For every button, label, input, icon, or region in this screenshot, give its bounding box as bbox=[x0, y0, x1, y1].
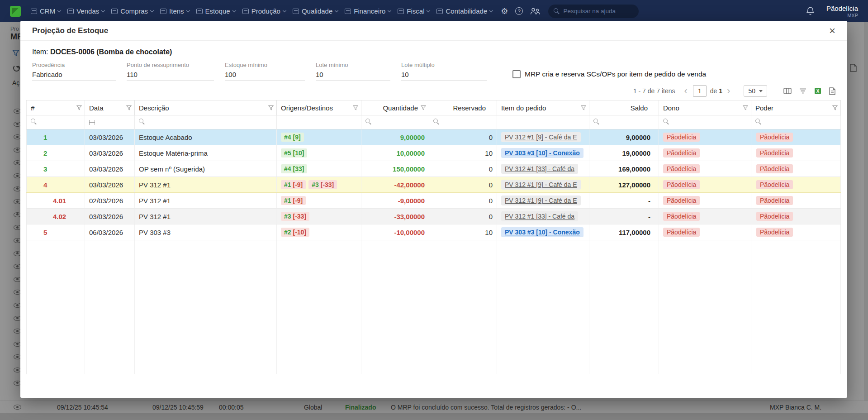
column-header-#[interactable]: # bbox=[27, 100, 85, 115]
page-number-input[interactable] bbox=[693, 85, 707, 97]
table-row[interactable]: 303/03/2026OP sem nº (Sugerida)#4 [33]15… bbox=[27, 161, 841, 177]
export-excel-icon[interactable]: X bbox=[814, 87, 821, 95]
prev-page-icon[interactable]: ‹ bbox=[683, 86, 689, 96]
order-item-link[interactable]: PV 312 #1 [9] - Café da E bbox=[501, 180, 581, 190]
menu-compras[interactable]: Compras bbox=[111, 7, 153, 15]
filter-cell-saldo[interactable] bbox=[589, 115, 659, 129]
origin-link[interactable]: #3 [-33] bbox=[281, 212, 309, 221]
filter-funnel-icon[interactable] bbox=[268, 105, 274, 110]
mrp-reserve-checkbox-group[interactable]: MRP cria e reserva SCs/OPs por item de p… bbox=[512, 70, 706, 78]
order-item-link[interactable]: PV 303 #3 [10] - Conexão bbox=[501, 227, 583, 237]
filter-funnel-icon[interactable] bbox=[126, 105, 132, 110]
close-icon[interactable]: × bbox=[829, 25, 835, 36]
item-label: Item: bbox=[32, 48, 48, 56]
row-number: 1 bbox=[27, 129, 85, 145]
search-icon[interactable] bbox=[31, 119, 37, 124]
export-document-icon[interactable] bbox=[829, 87, 835, 95]
order-item-link[interactable]: PV 312 #1 [9] - Café da E bbox=[501, 196, 581, 205]
table-row[interactable]: 403/03/2026PV 312 #1#1 [-9]#3 [-33]-42,0… bbox=[27, 177, 841, 193]
search-icon[interactable] bbox=[663, 119, 669, 124]
search-icon[interactable] bbox=[433, 119, 439, 124]
column-header-item-do-pedido[interactable]: Item do pedido bbox=[497, 100, 589, 115]
help-icon[interactable]: ? bbox=[515, 7, 523, 15]
order-item-link[interactable]: PV 312 #1 [33] - Café da bbox=[501, 211, 578, 221]
column-header-data[interactable]: Data bbox=[85, 100, 135, 115]
row-owner: Pãodelícia bbox=[659, 161, 751, 177]
order-item-link[interactable]: PV 303 #3 [10] - Conexão bbox=[501, 148, 583, 158]
row-quantity: -42,00000 bbox=[361, 177, 429, 193]
table-row[interactable]: 4.0102/03/2026PV 312 #1#1 [-9]-9,000000P… bbox=[27, 193, 841, 209]
column-header-reservado[interactable]: Reservado bbox=[429, 100, 497, 115]
row-number: 2 bbox=[27, 145, 85, 161]
filter-funnel-icon[interactable] bbox=[743, 105, 748, 110]
tenant-name: Pãodelícia bbox=[826, 5, 858, 12]
help-search[interactable] bbox=[548, 5, 639, 18]
help-search-input[interactable] bbox=[563, 8, 631, 14]
item-fields: ProcedênciaFabricadoPonto de ressuprimen… bbox=[32, 62, 498, 81]
menu-fiscal[interactable]: Fiscal bbox=[398, 7, 430, 15]
bell-icon[interactable] bbox=[806, 6, 815, 16]
order-item-link[interactable]: PV 312 #1 [9] - Café da E bbox=[501, 132, 581, 142]
menu-qualidade[interactable]: Qualidade bbox=[293, 7, 338, 15]
column-header-poder[interactable]: Poder bbox=[751, 100, 841, 115]
row-quantity: 9,00000 bbox=[361, 129, 429, 145]
page-size-select[interactable]: 50 bbox=[744, 85, 767, 97]
owner-tag: Pãodelícia bbox=[663, 228, 700, 237]
search-icon[interactable] bbox=[755, 119, 761, 124]
checkbox-unchecked-icon[interactable] bbox=[512, 70, 521, 78]
menu-producao[interactable]: Produção bbox=[242, 7, 286, 15]
filter-cell-#[interactable] bbox=[27, 115, 85, 129]
filter-cell-poder[interactable] bbox=[751, 115, 841, 129]
origin-link[interactable]: #3 [-33] bbox=[308, 180, 337, 189]
filter-funnel-icon[interactable] bbox=[581, 105, 586, 110]
table-row[interactable]: 4.0203/03/2026PV 312 #1#3 [-33]-33,00000… bbox=[27, 209, 841, 224]
gear-icon[interactable]: ⚙ bbox=[501, 7, 508, 15]
search-icon[interactable] bbox=[139, 119, 145, 124]
table-row[interactable]: 103/03/2026Estoque Acabado#4 [9]9,000000… bbox=[27, 129, 841, 145]
menu-itens[interactable]: Itens bbox=[160, 7, 190, 15]
filter-funnel-icon[interactable] bbox=[76, 105, 82, 110]
date-range-icon[interactable] bbox=[89, 120, 95, 125]
people-icon[interactable] bbox=[530, 7, 540, 15]
search-icon[interactable] bbox=[593, 119, 599, 124]
filter-cell-dono[interactable] bbox=[659, 115, 751, 129]
search-icon bbox=[554, 8, 560, 14]
column-header-dono[interactable]: Dono bbox=[659, 100, 751, 115]
tenant-info[interactable]: Pãodelícia MXP bbox=[826, 5, 858, 18]
search-icon[interactable] bbox=[365, 119, 371, 124]
origin-link[interactable]: #1 [-9] bbox=[281, 180, 306, 189]
order-item-link[interactable]: PV 312 #1 [33] - Café da bbox=[501, 164, 578, 174]
filter-cell-data[interactable] bbox=[85, 115, 135, 129]
menu-crm[interactable]: CRM bbox=[31, 7, 61, 15]
filter-funnel-icon[interactable] bbox=[421, 105, 426, 110]
filter-funnel-icon[interactable] bbox=[832, 105, 838, 110]
row-date: 03/03/2026 bbox=[85, 177, 135, 193]
filter-builder-icon[interactable] bbox=[799, 88, 806, 94]
row-number: 4.01 bbox=[27, 193, 85, 209]
column-header-quantidade[interactable]: Quantidade bbox=[361, 100, 429, 115]
column-header-saldo[interactable]: Saldo bbox=[589, 100, 659, 115]
row-holder: Pãodelícia bbox=[751, 161, 841, 177]
origin-link[interactable]: #5 [10] bbox=[281, 148, 307, 158]
filter-cell-descricao[interactable] bbox=[135, 115, 277, 129]
table-row[interactable]: 203/03/2026Estoque Matéria-prima#5 [10]1… bbox=[27, 145, 841, 161]
filter-cell-quantidade[interactable] bbox=[361, 115, 429, 129]
column-header-descricao[interactable]: Descrição bbox=[135, 100, 277, 115]
menu-estoque[interactable]: Estoque bbox=[196, 7, 236, 15]
menu-financeiro[interactable]: Financeiro bbox=[345, 7, 391, 15]
origin-link[interactable]: #2 [-10] bbox=[281, 228, 309, 237]
filter-funnel-icon[interactable] bbox=[353, 105, 358, 110]
origin-link[interactable]: #4 [33] bbox=[281, 164, 307, 173]
column-header-origens-destinos[interactable]: Origens/Destinos bbox=[277, 100, 361, 115]
menu-contabilidade[interactable]: Contabilidade bbox=[436, 7, 493, 15]
table-row[interactable]: 506/03/2026PV 303 #3#2 [-10]-10,0000010P… bbox=[27, 224, 841, 240]
page-of-label: de 1 bbox=[710, 87, 722, 95]
app-logo[interactable] bbox=[10, 6, 21, 17]
filter-cell-reservado[interactable] bbox=[429, 115, 497, 129]
origin-link[interactable]: #4 [9] bbox=[281, 133, 304, 142]
origin-link[interactable]: #1 [-9] bbox=[281, 196, 306, 205]
column-chooser-icon[interactable] bbox=[783, 87, 792, 95]
owner-tag: Pãodelícia bbox=[663, 148, 700, 158]
next-page-icon[interactable]: › bbox=[725, 86, 732, 96]
menu-vendas[interactable]: Vendas bbox=[67, 7, 104, 15]
